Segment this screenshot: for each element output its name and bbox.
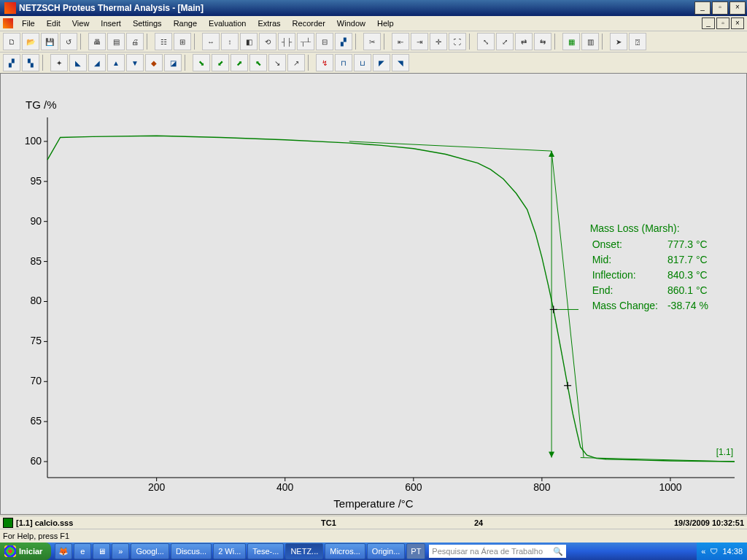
center-icon[interactable]: ✛: [430, 33, 447, 50]
peak-icon[interactable]: ▲: [107, 54, 125, 71]
menu-help[interactable]: Help: [371, 18, 400, 29]
segment2-icon[interactable]: ⤢: [496, 33, 514, 50]
segment-icon[interactable]: ⤡: [477, 33, 495, 50]
windows-logo-icon: [4, 545, 16, 557]
target-icon[interactable]: ✦: [50, 54, 68, 71]
zoom-reset-icon[interactable]: ⟲: [259, 33, 276, 50]
quicklaunch-firefox-icon[interactable]: 🦊: [55, 543, 72, 559]
glass4-icon[interactable]: ◤: [373, 54, 390, 71]
menu-extras[interactable]: Extras: [252, 18, 286, 29]
menu-settings[interactable]: Settings: [127, 18, 168, 29]
svg-text:65: 65: [30, 415, 42, 427]
menu-view[interactable]: View: [66, 18, 96, 29]
mass3-icon[interactable]: ⬈: [231, 54, 248, 71]
language-indicator[interactable]: PT: [406, 543, 425, 559]
taskbar-item[interactable]: Discus...: [171, 543, 212, 559]
new-icon[interactable]: 🗋: [3, 33, 20, 50]
tray-shield-icon[interactable]: 🛡: [710, 547, 718, 556]
status-datetime: 19/3/2009 10:32:51: [674, 518, 744, 527]
glass3-icon[interactable]: ⊔: [354, 54, 371, 71]
range-x-icon[interactable]: ┤├: [278, 33, 295, 50]
maximize-button[interactable]: ▫: [712, 1, 728, 15]
restore-icon[interactable]: ↺: [60, 33, 77, 50]
menu-edit[interactable]: Edit: [41, 18, 66, 29]
taskbar-item[interactable]: NETZ...: [285, 543, 323, 559]
toolbar-separator: [42, 55, 47, 71]
menu-file[interactable]: File: [16, 18, 41, 29]
taskbar-item[interactable]: Tese-...: [247, 543, 284, 559]
quicklaunch-desktop-icon[interactable]: 🖥: [93, 543, 110, 559]
valley-icon[interactable]: ▼: [126, 54, 144, 71]
step-icon[interactable]: ◪: [164, 54, 182, 71]
desktop-search-input[interactable]: Pesquisar na Área de Trabalho 🔍: [429, 545, 566, 558]
fit-icon[interactable]: ⛶: [449, 33, 466, 50]
range-y-icon[interactable]: ┬┴: [297, 33, 314, 50]
plot-area[interactable]: 60657075808590951002004006008001000 TG /…: [0, 73, 747, 515]
tangent2-icon[interactable]: ↗: [287, 54, 305, 71]
mdi-minimize-button[interactable]: _: [702, 18, 715, 29]
help-text: For Help, press F1: [3, 532, 69, 540]
minimize-button[interactable]: _: [694, 1, 711, 15]
properties-icon[interactable]: ☷: [155, 33, 172, 50]
mdi-controls: _ ▫ ×: [702, 18, 744, 29]
taskbar-item[interactable]: Googl...: [131, 543, 169, 559]
zoom-y-icon[interactable]: ↕: [221, 33, 239, 50]
menu-recorder[interactable]: Recorder: [287, 18, 331, 29]
quicklaunch-chevron-icon[interactable]: »: [112, 543, 129, 559]
print-icon[interactable]: 🖶: [88, 33, 106, 50]
open-icon[interactable]: 📂: [22, 33, 39, 50]
eval1-icon[interactable]: ▞: [3, 54, 20, 71]
axes-icon[interactable]: ⊞: [174, 33, 191, 50]
quicklaunch-ie-icon[interactable]: e: [74, 543, 91, 559]
mdi-restore-button[interactable]: ▫: [716, 18, 729, 29]
eval2-icon[interactable]: ▚: [22, 54, 39, 71]
menu-window[interactable]: Window: [331, 18, 371, 29]
zoom-x-icon[interactable]: ↔: [202, 33, 220, 50]
zoom-box-icon[interactable]: ◧: [240, 33, 258, 50]
annotation-title: Mass Loss (Marsh):: [590, 222, 717, 235]
snap-v-icon[interactable]: ⇥: [411, 33, 428, 50]
toolbar-separator: [355, 34, 360, 50]
mass1-icon[interactable]: ⬊: [193, 54, 210, 71]
menu-insert[interactable]: Insert: [95, 18, 127, 29]
cut-icon[interactable]: ✂: [363, 33, 381, 50]
link-icon[interactable]: ⇄: [515, 33, 533, 50]
scale-icon[interactable]: ⊟: [316, 33, 333, 50]
printer-icon[interactable]: 🖨: [126, 33, 144, 50]
taskbar-item[interactable]: 2 Wi...: [213, 543, 246, 559]
endset-icon[interactable]: ◢: [88, 54, 106, 71]
insert-icon[interactable]: ▦: [562, 33, 580, 50]
save-icon[interactable]: 💾: [41, 33, 58, 50]
tray-chevron-icon[interactable]: «: [701, 547, 705, 556]
svg-line-31: [551, 151, 584, 457]
export-icon[interactable]: ▤: [107, 33, 125, 50]
annotation-value: 817.7 °C: [667, 253, 716, 267]
whatsthis-icon[interactable]: ⍰: [629, 33, 646, 50]
onset-icon[interactable]: ◣: [69, 54, 87, 71]
svg-text:200: 200: [148, 481, 166, 493]
snap-h-icon[interactable]: ⇤: [392, 33, 409, 50]
menu-range[interactable]: Range: [168, 18, 203, 29]
table-icon[interactable]: ▥: [581, 33, 599, 50]
toolbar-main: 🗋 📂 💾 ↺ 🖶 ▤ 🖨 ☷ ⊞ ↔ ↕ ◧ ⟲ ┤├ ┬┴ ⊟ ▞ ✂ ⇤ …: [0, 31, 747, 52]
glass2-icon[interactable]: ⊓: [335, 54, 352, 71]
toolbar-separator: [469, 34, 474, 50]
mdi-close-button[interactable]: ×: [731, 18, 744, 29]
area-icon[interactable]: ◆: [145, 54, 163, 71]
glass5-icon[interactable]: ◥: [392, 54, 409, 71]
pointer-icon[interactable]: ➤: [610, 33, 627, 50]
glass1-icon[interactable]: ↯: [316, 54, 333, 71]
tangent-icon[interactable]: ↘: [268, 54, 286, 71]
menu-evaluation[interactable]: Evaluation: [203, 18, 252, 29]
start-button[interactable]: Iniciar: [0, 542, 51, 560]
annotation-table: Onset:777.3 °CMid:817.7 °CInflection:840…: [590, 236, 717, 314]
curve-icon[interactable]: ▞: [335, 33, 352, 50]
mdi-system-icon[interactable]: [3, 18, 13, 28]
mass4-icon[interactable]: ⬉: [249, 54, 267, 71]
close-button[interactable]: ×: [729, 1, 746, 15]
link2-icon[interactable]: ⇆: [534, 33, 551, 50]
taskbar-item[interactable]: Micros...: [325, 543, 365, 559]
taskbar-item[interactable]: Origin...: [367, 543, 406, 559]
mass2-icon[interactable]: ⬋: [212, 54, 229, 71]
search-icon[interactable]: 🔍: [553, 547, 563, 556]
